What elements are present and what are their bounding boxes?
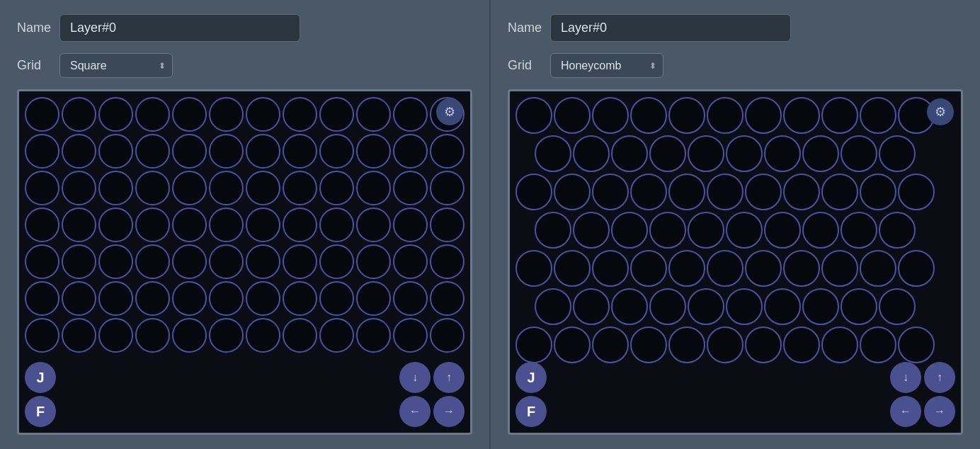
- horizontal-nav-row: ← →: [399, 396, 465, 427]
- grid-label: Grid: [17, 58, 51, 73]
- circle: [25, 208, 59, 242]
- honey-circle: [841, 212, 877, 249]
- honey-circle: [611, 135, 648, 172]
- left-button[interactable]: ←: [399, 396, 431, 427]
- circle: [319, 97, 354, 132]
- circle: [135, 134, 170, 169]
- honey-circle: [764, 212, 801, 249]
- left-nav-buttons: J F: [25, 362, 56, 427]
- honey-circle: [668, 326, 705, 363]
- circle: [319, 244, 354, 279]
- circle: [62, 134, 96, 169]
- honey-circle: [898, 174, 935, 210]
- grid-select-wrapper[interactable]: Square Honeycomb ⬍: [59, 53, 173, 78]
- circle: [246, 318, 280, 353]
- f-button[interactable]: F: [515, 396, 547, 427]
- nav-buttons: J F ↓ ↑ ← →: [25, 362, 465, 427]
- honey-circle: [802, 288, 839, 325]
- honey-circle: [745, 174, 782, 210]
- gear-button[interactable]: ⚙: [436, 98, 463, 125]
- horizontal-nav-row: ← →: [890, 396, 955, 427]
- honey-circle: [515, 326, 552, 363]
- circle: [25, 244, 59, 279]
- honey-circle: [707, 250, 743, 287]
- circle: [393, 318, 428, 353]
- circle: [356, 134, 391, 169]
- down-button[interactable]: ↓: [890, 362, 921, 393]
- honey-circle: [630, 97, 667, 134]
- right-button[interactable]: →: [924, 396, 955, 427]
- circle: [98, 318, 133, 353]
- honey-circle: [783, 326, 820, 363]
- circle: [135, 244, 170, 279]
- circle: [25, 318, 59, 353]
- circle: [209, 134, 244, 169]
- name-input[interactable]: [59, 14, 300, 42]
- circle: [135, 208, 170, 242]
- name-input[interactable]: [550, 14, 791, 42]
- down-button[interactable]: ↓: [399, 362, 431, 393]
- honey-circle: [898, 250, 935, 287]
- honey-circle: [630, 174, 667, 210]
- circle: [283, 134, 317, 169]
- up-button[interactable]: ↑: [924, 362, 955, 393]
- honeycomb-row: [535, 212, 955, 249]
- circle: [246, 244, 280, 279]
- circle: [62, 244, 96, 279]
- name-row: Name: [508, 14, 963, 42]
- circle: [430, 171, 465, 205]
- circle: [283, 318, 317, 353]
- honey-circle: [535, 135, 571, 172]
- j-button[interactable]: J: [515, 362, 547, 393]
- gear-button[interactable]: ⚙: [927, 98, 954, 125]
- grid-select[interactable]: Square Honeycomb: [59, 53, 173, 78]
- circle: [356, 208, 391, 242]
- circle: [393, 208, 428, 242]
- circle: [319, 208, 354, 242]
- right-button[interactable]: →: [433, 396, 465, 427]
- honey-circle: [707, 97, 743, 134]
- grid-select-wrapper[interactable]: Square Honeycomb ⬍: [550, 53, 663, 78]
- vertical-nav-row: ↓ ↑: [399, 362, 465, 393]
- circle: [172, 171, 207, 205]
- circle: [246, 134, 280, 169]
- circle: [62, 318, 96, 353]
- circle: [135, 318, 170, 353]
- honey-circle: [554, 326, 591, 363]
- left-button[interactable]: ←: [890, 396, 921, 427]
- circle: [62, 97, 96, 132]
- vertical-nav-row: ↓ ↑: [890, 362, 955, 393]
- honey-circle: [783, 174, 820, 210]
- circle: [430, 318, 465, 353]
- up-button[interactable]: ↑: [433, 362, 465, 393]
- circle: [430, 208, 465, 242]
- honey-circle: [535, 288, 571, 325]
- honey-circle: [668, 250, 705, 287]
- grid-label: Grid: [508, 58, 542, 73]
- circle: [98, 244, 133, 279]
- circle: [356, 318, 391, 353]
- honey-circle: [649, 212, 686, 249]
- f-button[interactable]: F: [25, 396, 56, 427]
- right-nav-buttons: ↓ ↑ ← →: [890, 362, 955, 427]
- honey-circle: [860, 174, 896, 210]
- circle: [172, 134, 207, 169]
- honey-circle: [745, 250, 782, 287]
- circle: [283, 171, 317, 205]
- grid-select[interactable]: Square Honeycomb: [550, 53, 663, 78]
- honey-circle: [592, 97, 629, 134]
- circle: [246, 208, 280, 242]
- circle: [62, 208, 96, 242]
- honey-circle: [726, 135, 763, 172]
- honey-circle: [745, 326, 782, 363]
- honeycomb-grid-canvas: ⚙ J F ↓ ↑ ← →: [508, 89, 963, 435]
- honey-circle: [821, 250, 858, 287]
- honey-circle: [707, 326, 743, 363]
- honeycomb-row: [515, 97, 955, 134]
- circle: [393, 281, 428, 316]
- circle: [319, 134, 354, 169]
- circle: [25, 134, 59, 169]
- circle: [25, 97, 59, 132]
- circle: [430, 244, 465, 279]
- j-button[interactable]: J: [25, 362, 56, 393]
